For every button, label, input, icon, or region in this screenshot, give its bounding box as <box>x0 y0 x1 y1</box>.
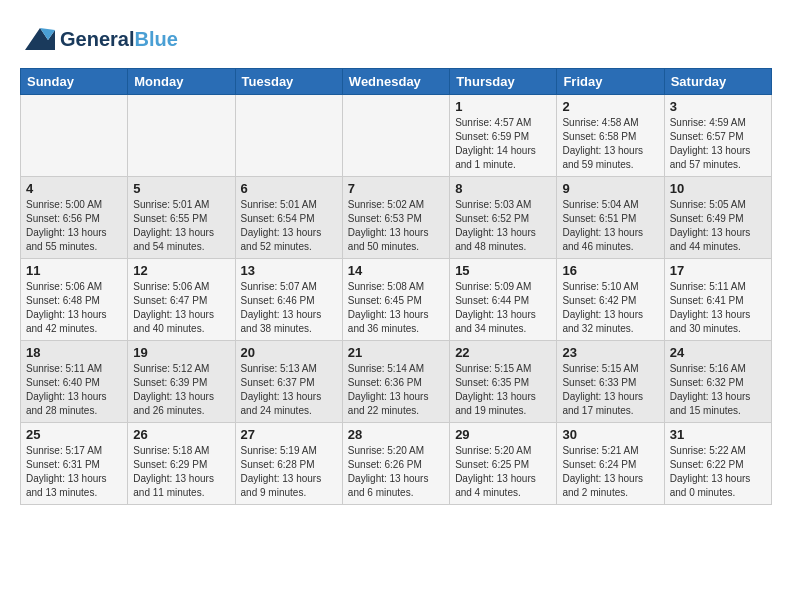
day-number: 16 <box>562 263 658 278</box>
calendar-cell: 18Sunrise: 5:11 AM Sunset: 6:40 PM Dayli… <box>21 341 128 423</box>
day-info: Sunrise: 5:15 AM Sunset: 6:33 PM Dayligh… <box>562 362 658 418</box>
column-header-wednesday: Wednesday <box>342 69 449 95</box>
day-info: Sunrise: 5:06 AM Sunset: 6:48 PM Dayligh… <box>26 280 122 336</box>
calendar-table: SundayMondayTuesdayWednesdayThursdayFrid… <box>20 68 772 505</box>
day-number: 15 <box>455 263 551 278</box>
calendar-cell: 25Sunrise: 5:17 AM Sunset: 6:31 PM Dayli… <box>21 423 128 505</box>
calendar-week-row: 11Sunrise: 5:06 AM Sunset: 6:48 PM Dayli… <box>21 259 772 341</box>
day-number: 3 <box>670 99 766 114</box>
day-number: 30 <box>562 427 658 442</box>
day-info: Sunrise: 5:18 AM Sunset: 6:29 PM Dayligh… <box>133 444 229 500</box>
day-number: 12 <box>133 263 229 278</box>
calendar-week-row: 4Sunrise: 5:00 AM Sunset: 6:56 PM Daylig… <box>21 177 772 259</box>
day-number: 19 <box>133 345 229 360</box>
day-number: 29 <box>455 427 551 442</box>
calendar-cell: 22Sunrise: 5:15 AM Sunset: 6:35 PM Dayli… <box>450 341 557 423</box>
day-number: 8 <box>455 181 551 196</box>
page-header: GeneralBlue <box>20 20 772 58</box>
day-number: 9 <box>562 181 658 196</box>
logo-icon <box>20 20 58 58</box>
day-info: Sunrise: 5:06 AM Sunset: 6:47 PM Dayligh… <box>133 280 229 336</box>
calendar-cell: 31Sunrise: 5:22 AM Sunset: 6:22 PM Dayli… <box>664 423 771 505</box>
day-number: 26 <box>133 427 229 442</box>
column-header-friday: Friday <box>557 69 664 95</box>
day-number: 18 <box>26 345 122 360</box>
day-number: 22 <box>455 345 551 360</box>
calendar-cell: 26Sunrise: 5:18 AM Sunset: 6:29 PM Dayli… <box>128 423 235 505</box>
day-number: 28 <box>348 427 444 442</box>
day-number: 5 <box>133 181 229 196</box>
day-number: 24 <box>670 345 766 360</box>
calendar-cell: 21Sunrise: 5:14 AM Sunset: 6:36 PM Dayli… <box>342 341 449 423</box>
calendar-cell: 4Sunrise: 5:00 AM Sunset: 6:56 PM Daylig… <box>21 177 128 259</box>
day-info: Sunrise: 5:08 AM Sunset: 6:45 PM Dayligh… <box>348 280 444 336</box>
day-number: 27 <box>241 427 337 442</box>
calendar-cell: 14Sunrise: 5:08 AM Sunset: 6:45 PM Dayli… <box>342 259 449 341</box>
calendar-cell: 7Sunrise: 5:02 AM Sunset: 6:53 PM Daylig… <box>342 177 449 259</box>
day-info: Sunrise: 5:19 AM Sunset: 6:28 PM Dayligh… <box>241 444 337 500</box>
day-info: Sunrise: 5:16 AM Sunset: 6:32 PM Dayligh… <box>670 362 766 418</box>
day-number: 31 <box>670 427 766 442</box>
day-number: 13 <box>241 263 337 278</box>
day-number: 14 <box>348 263 444 278</box>
day-number: 23 <box>562 345 658 360</box>
calendar-cell <box>342 95 449 177</box>
calendar-cell: 17Sunrise: 5:11 AM Sunset: 6:41 PM Dayli… <box>664 259 771 341</box>
day-info: Sunrise: 5:12 AM Sunset: 6:39 PM Dayligh… <box>133 362 229 418</box>
day-info: Sunrise: 5:22 AM Sunset: 6:22 PM Dayligh… <box>670 444 766 500</box>
day-number: 17 <box>670 263 766 278</box>
day-number: 21 <box>348 345 444 360</box>
calendar-cell: 24Sunrise: 5:16 AM Sunset: 6:32 PM Dayli… <box>664 341 771 423</box>
day-info: Sunrise: 5:01 AM Sunset: 6:54 PM Dayligh… <box>241 198 337 254</box>
day-info: Sunrise: 5:17 AM Sunset: 6:31 PM Dayligh… <box>26 444 122 500</box>
day-number: 7 <box>348 181 444 196</box>
day-info: Sunrise: 4:58 AM Sunset: 6:58 PM Dayligh… <box>562 116 658 172</box>
day-info: Sunrise: 5:13 AM Sunset: 6:37 PM Dayligh… <box>241 362 337 418</box>
calendar-cell <box>235 95 342 177</box>
calendar-week-row: 25Sunrise: 5:17 AM Sunset: 6:31 PM Dayli… <box>21 423 772 505</box>
calendar-cell: 20Sunrise: 5:13 AM Sunset: 6:37 PM Dayli… <box>235 341 342 423</box>
day-number: 6 <box>241 181 337 196</box>
day-info: Sunrise: 5:10 AM Sunset: 6:42 PM Dayligh… <box>562 280 658 336</box>
day-info: Sunrise: 5:11 AM Sunset: 6:41 PM Dayligh… <box>670 280 766 336</box>
calendar-cell: 29Sunrise: 5:20 AM Sunset: 6:25 PM Dayli… <box>450 423 557 505</box>
calendar-header-row: SundayMondayTuesdayWednesdayThursdayFrid… <box>21 69 772 95</box>
calendar-cell: 1Sunrise: 4:57 AM Sunset: 6:59 PM Daylig… <box>450 95 557 177</box>
day-number: 11 <box>26 263 122 278</box>
calendar-cell: 6Sunrise: 5:01 AM Sunset: 6:54 PM Daylig… <box>235 177 342 259</box>
calendar-cell: 2Sunrise: 4:58 AM Sunset: 6:58 PM Daylig… <box>557 95 664 177</box>
day-info: Sunrise: 4:59 AM Sunset: 6:57 PM Dayligh… <box>670 116 766 172</box>
calendar-cell: 19Sunrise: 5:12 AM Sunset: 6:39 PM Dayli… <box>128 341 235 423</box>
day-info: Sunrise: 4:57 AM Sunset: 6:59 PM Dayligh… <box>455 116 551 172</box>
day-number: 10 <box>670 181 766 196</box>
day-info: Sunrise: 5:21 AM Sunset: 6:24 PM Dayligh… <box>562 444 658 500</box>
calendar-cell <box>21 95 128 177</box>
day-info: Sunrise: 5:05 AM Sunset: 6:49 PM Dayligh… <box>670 198 766 254</box>
calendar-cell: 27Sunrise: 5:19 AM Sunset: 6:28 PM Dayli… <box>235 423 342 505</box>
day-number: 1 <box>455 99 551 114</box>
calendar-cell: 8Sunrise: 5:03 AM Sunset: 6:52 PM Daylig… <box>450 177 557 259</box>
column-header-thursday: Thursday <box>450 69 557 95</box>
calendar-cell: 13Sunrise: 5:07 AM Sunset: 6:46 PM Dayli… <box>235 259 342 341</box>
day-info: Sunrise: 5:20 AM Sunset: 6:26 PM Dayligh… <box>348 444 444 500</box>
calendar-cell: 30Sunrise: 5:21 AM Sunset: 6:24 PM Dayli… <box>557 423 664 505</box>
calendar-cell: 28Sunrise: 5:20 AM Sunset: 6:26 PM Dayli… <box>342 423 449 505</box>
calendar-cell: 16Sunrise: 5:10 AM Sunset: 6:42 PM Dayli… <box>557 259 664 341</box>
column-header-saturday: Saturday <box>664 69 771 95</box>
calendar-week-row: 1Sunrise: 4:57 AM Sunset: 6:59 PM Daylig… <box>21 95 772 177</box>
calendar-cell: 23Sunrise: 5:15 AM Sunset: 6:33 PM Dayli… <box>557 341 664 423</box>
day-info: Sunrise: 5:09 AM Sunset: 6:44 PM Dayligh… <box>455 280 551 336</box>
day-info: Sunrise: 5:20 AM Sunset: 6:25 PM Dayligh… <box>455 444 551 500</box>
day-number: 25 <box>26 427 122 442</box>
day-info: Sunrise: 5:00 AM Sunset: 6:56 PM Dayligh… <box>26 198 122 254</box>
calendar-cell <box>128 95 235 177</box>
column-header-tuesday: Tuesday <box>235 69 342 95</box>
calendar-cell: 11Sunrise: 5:06 AM Sunset: 6:48 PM Dayli… <box>21 259 128 341</box>
day-info: Sunrise: 5:11 AM Sunset: 6:40 PM Dayligh… <box>26 362 122 418</box>
day-info: Sunrise: 5:14 AM Sunset: 6:36 PM Dayligh… <box>348 362 444 418</box>
day-info: Sunrise: 5:07 AM Sunset: 6:46 PM Dayligh… <box>241 280 337 336</box>
day-number: 4 <box>26 181 122 196</box>
calendar-cell: 10Sunrise: 5:05 AM Sunset: 6:49 PM Dayli… <box>664 177 771 259</box>
day-info: Sunrise: 5:15 AM Sunset: 6:35 PM Dayligh… <box>455 362 551 418</box>
day-info: Sunrise: 5:04 AM Sunset: 6:51 PM Dayligh… <box>562 198 658 254</box>
